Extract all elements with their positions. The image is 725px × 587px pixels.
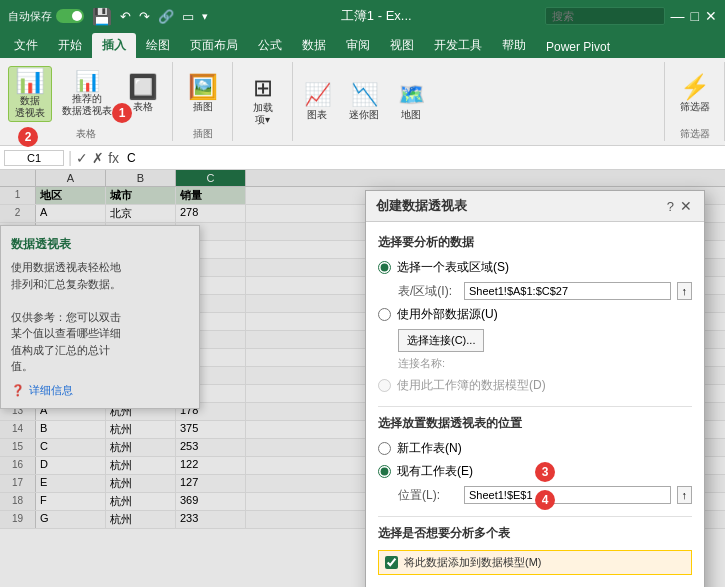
section1-title: 选择要分析的数据 — [378, 234, 692, 251]
ribbon-group-addins: ⊞ 加载项▾ — [233, 62, 293, 141]
select-connection-button[interactable]: 选择连接(C)... — [398, 329, 484, 352]
tab-formula[interactable]: 公式 — [248, 33, 292, 58]
undo-icon[interactable]: ↶ — [120, 9, 131, 24]
tab-view[interactable]: 视图 — [380, 33, 424, 58]
title-bar: 自动保存 💾 ↶ ↷ 🔗 ▭ ▾ 工簿1 - Ex... — □ ✕ — [0, 0, 725, 32]
ribbon-buttons-filters: ⚡ 筛选器 — [674, 62, 716, 125]
radio-external[interactable] — [378, 308, 391, 321]
tab-page-layout[interactable]: 页面布局 — [180, 33, 248, 58]
ribbon-buttons-illustration: 🖼️ 插图 — [182, 62, 224, 125]
radio-row-datamodel: 使用此工作簿的数据模型(D) — [378, 377, 692, 394]
close-icon[interactable]: ✕ — [705, 8, 717, 24]
illustration-button[interactable]: 🖼️ 插图 — [182, 73, 224, 115]
dialog-title-bar: 创建数据透视表 ? ✕ — [366, 191, 704, 222]
tab-power-pivot[interactable]: Power Pivot — [536, 36, 620, 58]
radio-row-existing-sheet: 现有工作表(E) — [378, 463, 692, 480]
formula-cancel-icon[interactable]: ✗ — [92, 150, 104, 166]
dialog-close-button[interactable]: ✕ — [678, 198, 694, 214]
ribbon-buttons-tables: 📊 数据透视表 📊 推荐的数据透视表 🔲 表格 — [8, 62, 164, 125]
title-bar-right: — □ ✕ — [545, 7, 717, 25]
dialog-body: 选择要分析的数据 选择一个表或区域(S) 表/区域(I): ↑ 使用外部数据源(… — [366, 222, 704, 587]
connection-name-label: 连接名称: — [398, 356, 692, 371]
radio-datamodel[interactable] — [378, 379, 391, 392]
location-row: 位置(L): ↑ — [398, 486, 692, 504]
tab-insert[interactable]: 插入 — [92, 33, 136, 58]
tab-developer[interactable]: 开发工具 — [424, 33, 492, 58]
dialog-controls: ? ✕ — [667, 198, 694, 214]
chart-pie-icon: 🗺️ — [398, 82, 425, 108]
title-bar-left: 自动保存 💾 ↶ ↷ 🔗 ▭ ▾ — [8, 7, 208, 26]
ribbon-group-illustration: 🖼️ 插图 插图 — [173, 62, 233, 141]
dialog-title: 创建数据透视表 — [376, 197, 467, 215]
dialog-section-location: 选择放置数据透视表的位置 新工作表(N) 现有工作表(E) 位置(L): ↑ — [378, 415, 692, 504]
table-button[interactable]: 🔲 表格 — [122, 73, 164, 115]
radio-new-sheet[interactable] — [378, 442, 391, 455]
autosave-label: 自动保存 — [8, 9, 52, 24]
radio-table-label: 选择一个表或区域(S) — [397, 259, 509, 276]
section3-title: 选择是否想要分析多个表 — [378, 525, 692, 542]
chart-pie-button[interactable]: 🗺️ 地图 — [391, 80, 431, 124]
ribbon-group-filters: ⚡ 筛选器 筛选器 — [665, 62, 725, 141]
autosave-switch[interactable] — [56, 9, 84, 23]
chart-line-icon: 📉 — [351, 82, 378, 108]
ribbon-buttons-addins: ⊞ 加载项▾ — [243, 62, 283, 139]
dialog-overlay: 创建数据透视表 ? ✕ 选择要分析的数据 选择一个表或区域(S) 表/区域(I)… — [0, 170, 725, 587]
pivot-table-button[interactable]: 📊 数据透视表 — [8, 66, 52, 122]
dialog-help-icon[interactable]: ? — [667, 199, 674, 214]
maximize-icon[interactable]: □ — [691, 8, 699, 24]
box-icon[interactable]: ▭ — [182, 9, 194, 24]
formula-check-icon[interactable]: ✓ — [76, 150, 88, 166]
radio-row-external: 使用外部数据源(U) — [378, 306, 692, 323]
table-icon: 🔲 — [128, 75, 158, 99]
main-area: A B C 1 地区 城市 销量 2 A 北京 278 3 B 北京 196 4… — [0, 170, 725, 587]
ribbon-content: 📊 数据透视表 📊 推荐的数据透视表 🔲 表格 表格 🖼️ 插图 插图 — [0, 58, 725, 146]
datamodel-checkbox-row: 将此数据添加到数据模型(M) — [378, 550, 692, 575]
datamodel-checkbox[interactable] — [385, 556, 398, 569]
table-range-input[interactable] — [464, 282, 671, 300]
chart-bar-icon: 📈 — [304, 82, 331, 108]
name-box[interactable] — [4, 150, 64, 166]
ribbon-group-charts: 📈 图表 📉 迷你图 🗺️ 地图 — [293, 62, 665, 141]
tab-file[interactable]: 文件 — [4, 33, 48, 58]
radio-new-sheet-label: 新工作表(N) — [397, 440, 462, 457]
link-icon[interactable]: 🔗 — [158, 9, 174, 24]
addins-icon: ⊞ — [253, 76, 273, 100]
table-range-select-button[interactable]: ↑ — [677, 282, 693, 300]
formula-input[interactable] — [123, 151, 721, 165]
formula-bar: | ✓ ✗ fx — [0, 146, 725, 170]
addins-button[interactable]: ⊞ 加载项▾ — [243, 74, 283, 128]
datamodel-checkbox-label: 将此数据添加到数据模型(M) — [404, 555, 542, 570]
ribbon-tabs: 文件 开始 插入 绘图 页面布局 公式 数据 审阅 视图 开发工具 帮助 Pow… — [0, 32, 725, 58]
radio-existing-label: 现有工作表(E) — [397, 463, 473, 480]
save-icon[interactable]: 💾 — [92, 7, 112, 26]
search-input[interactable] — [545, 7, 665, 25]
tab-review[interactable]: 审阅 — [336, 33, 380, 58]
location-select-button[interactable]: ↑ — [677, 486, 693, 504]
filter-icon: ⚡ — [680, 75, 710, 99]
dialog-section-data-source: 选择要分析的数据 选择一个表或区域(S) 表/区域(I): ↑ 使用外部数据源(… — [378, 234, 692, 394]
radio-row-table: 选择一个表或区域(S) — [378, 259, 692, 276]
chart-bar-button[interactable]: 📈 图表 — [297, 80, 337, 124]
tab-draw[interactable]: 绘图 — [136, 33, 180, 58]
minimize-icon[interactable]: — — [671, 8, 685, 24]
filter-button[interactable]: ⚡ 筛选器 — [674, 73, 716, 115]
create-pivot-dialog: 创建数据透视表 ? ✕ 选择要分析的数据 选择一个表或区域(S) 表/区域(I)… — [365, 190, 705, 587]
tab-home[interactable]: 开始 — [48, 33, 92, 58]
location-input[interactable] — [464, 486, 671, 504]
radio-row-new-sheet: 新工作表(N) — [378, 440, 692, 457]
radio-existing-sheet[interactable] — [378, 465, 391, 478]
app-title: 工簿1 - Ex... — [208, 7, 545, 25]
autosave-toggle[interactable]: 自动保存 — [8, 9, 84, 24]
formula-fx-icon[interactable]: fx — [108, 150, 119, 166]
tab-help[interactable]: 帮助 — [492, 33, 536, 58]
tab-data[interactable]: 数据 — [292, 33, 336, 58]
dialog-section-multiplesheet: 选择是否想要分析多个表 将此数据添加到数据模型(M) — [378, 525, 692, 575]
ribbon-group-tables: 📊 数据透视表 📊 推荐的数据透视表 🔲 表格 表格 — [0, 62, 173, 141]
chart-line-button[interactable]: 📉 迷你图 — [343, 80, 385, 124]
redo-icon[interactable]: ↷ — [139, 9, 150, 24]
table-range-row: 表/区域(I): ↑ — [398, 282, 692, 300]
recommended-pivot-icon: 📊 — [75, 71, 100, 91]
section2-title: 选择放置数据透视表的位置 — [378, 415, 692, 432]
radio-table-range[interactable] — [378, 261, 391, 274]
recommended-pivot-button[interactable]: 📊 推荐的数据透视表 — [56, 69, 118, 119]
